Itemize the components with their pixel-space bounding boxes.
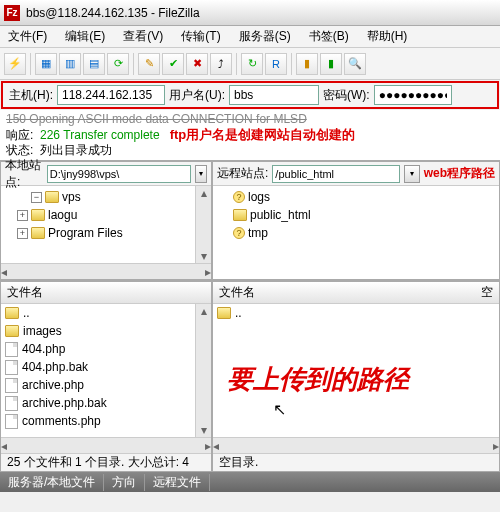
connect-icon[interactable]: ⚡ [4, 53, 26, 75]
host-input[interactable] [57, 85, 165, 105]
window-title: bbs@118.244.162.135 - FileZilla [26, 6, 200, 20]
menu-server[interactable]: 服务器(S) [235, 26, 295, 47]
local-file-list[interactable]: .. images 404.php 404.php.bak archive.ph… [1, 304, 195, 437]
menubar: 文件(F) 编辑(E) 查看(V) 传输(T) 服务器(S) 书签(B) 帮助(… [0, 26, 500, 48]
menu-view[interactable]: 查看(V) [119, 26, 167, 47]
local-path-input[interactable] [47, 165, 191, 183]
column-header[interactable]: 空 [481, 284, 493, 301]
tb-icon[interactable]: ▤ [83, 53, 105, 75]
column-header[interactable]: 文件名 [7, 284, 43, 301]
menu-transfer[interactable]: 传输(T) [177, 26, 224, 47]
expand-icon[interactable]: + [17, 228, 28, 239]
list-item[interactable]: archive.php.bak [22, 396, 107, 410]
local-tree[interactable]: −vps +laogu +Program Files [1, 186, 195, 263]
log-line: 226 Transfer complete [40, 128, 160, 142]
remote-status: 空目录. [219, 454, 258, 471]
folder-icon [31, 209, 45, 221]
menu-bookmark[interactable]: 书签(B) [305, 26, 353, 47]
search-icon[interactable]: 🔍 [344, 53, 366, 75]
log-line-label: 响应: [6, 128, 33, 142]
local-panel: 本地站点: ▾ −vps +laogu +Program Files ▴▾ ◂▸ [0, 161, 212, 280]
list-item[interactable]: images [23, 324, 62, 338]
scrollbar[interactable]: ▴▾ [195, 304, 211, 437]
remote-path-input[interactable] [272, 165, 399, 183]
folder-up-icon [217, 307, 231, 319]
folder-icon [5, 325, 19, 337]
log-line: 150 Opening ASCII mode data CONNECTION f… [6, 112, 494, 127]
list-item[interactable]: comments.php [22, 414, 101, 428]
list-item[interactable]: 404.php [22, 342, 65, 356]
pass-input[interactable] [374, 85, 452, 105]
dropdown-icon[interactable]: ▾ [404, 165, 420, 183]
tb-icon[interactable]: R [265, 53, 287, 75]
log-panel: 150 Opening ASCII mode data CONNECTION f… [0, 110, 500, 160]
file-icon [5, 342, 18, 357]
remote-panel: 远程站点: ▾ web程序路径 ?logs public_html ?tmp [212, 161, 500, 280]
menu-edit[interactable]: 编辑(E) [61, 26, 109, 47]
cursor-icon: ↖ [273, 400, 286, 419]
user-label: 用户名(U): [169, 87, 225, 104]
tb-icon[interactable]: ⟳ [107, 53, 129, 75]
tree-item[interactable]: laogu [48, 208, 77, 222]
list-item[interactable]: 404.php.bak [22, 360, 88, 374]
folder-icon [233, 209, 247, 221]
tree-item[interactable]: Program Files [48, 226, 123, 240]
folder-up-icon [5, 307, 19, 319]
list-item[interactable]: .. [23, 306, 30, 320]
scrollbar[interactable]: ▴▾ [195, 186, 211, 263]
file-icon [5, 360, 18, 375]
log-line-label: 状态: [6, 143, 33, 157]
list-item[interactable]: .. [235, 306, 242, 320]
column-header[interactable]: 文件名 [219, 284, 255, 301]
folder-icon [45, 191, 59, 203]
annotation: ftp用户名是创建网站自动创建的 [170, 127, 356, 142]
expand-icon[interactable]: + [17, 210, 28, 221]
user-input[interactable] [229, 85, 319, 105]
menu-file[interactable]: 文件(F) [4, 26, 51, 47]
local-status: 25 个文件和 1 个目录. 大小总计: 4 [7, 454, 189, 471]
tb-icon[interactable]: ✎ [138, 53, 160, 75]
folder-icon [31, 227, 45, 239]
host-label: 主机(H): [9, 87, 53, 104]
tab-remote-file[interactable]: 远程文件 [145, 474, 210, 491]
scrollbar[interactable]: ◂▸ [1, 263, 211, 279]
app-logo: Fz [4, 5, 20, 21]
cancel-icon[interactable]: ✖ [186, 53, 208, 75]
tree-item[interactable]: tmp [248, 226, 268, 240]
toolbar: ⚡ ▦ ▥ ▤ ⟳ ✎ ✔ ✖ ⤴ ↻ R ▮ ▮ 🔍 [0, 48, 500, 80]
collapse-icon[interactable]: − [31, 192, 42, 203]
tb-icon[interactable]: ⤴ [210, 53, 232, 75]
dropdown-icon[interactable]: ▾ [195, 165, 207, 183]
tb-icon[interactable]: ▦ [35, 53, 57, 75]
queue-tabs: 服务器/本地文件 方向 远程文件 [0, 472, 500, 492]
file-icon [5, 414, 18, 429]
remote-files-panel: 文件名空 .. 要上传到的路径 ↖ ◂▸ 空目录. [212, 281, 500, 472]
file-icon [5, 378, 18, 393]
annotation: 要上传到的路径 [227, 362, 409, 397]
log-line: 列出目录成功 [40, 143, 112, 157]
quickconnect-bar: 主机(H): 用户名(U): 密码(W): [1, 81, 499, 109]
remote-site-label: 远程站点: [217, 165, 268, 182]
tree-item[interactable]: vps [62, 190, 81, 204]
scrollbar[interactable]: ◂▸ [213, 437, 499, 453]
scrollbar[interactable]: ◂▸ [1, 437, 211, 453]
pass-label: 密码(W): [323, 87, 370, 104]
file-icon [5, 396, 18, 411]
remote-tree[interactable]: ?logs public_html ?tmp [213, 186, 499, 279]
tb-icon[interactable]: ✔ [162, 53, 184, 75]
folder-unknown-icon: ? [233, 191, 245, 203]
tab-server-local[interactable]: 服务器/本地文件 [0, 474, 104, 491]
annotation: web程序路径 [424, 165, 495, 182]
remote-file-list[interactable]: .. 要上传到的路径 ↖ [213, 304, 499, 437]
folder-unknown-icon: ? [233, 227, 245, 239]
list-item[interactable]: archive.php [22, 378, 84, 392]
tree-item[interactable]: public_html [250, 208, 311, 222]
tb-icon[interactable]: ▥ [59, 53, 81, 75]
tb-icon[interactable]: ▮ [296, 53, 318, 75]
local-files-panel: 文件名 .. images 404.php 404.php.bak archiv… [0, 281, 212, 472]
refresh-icon[interactable]: ↻ [241, 53, 263, 75]
menu-help[interactable]: 帮助(H) [363, 26, 412, 47]
tb-icon[interactable]: ▮ [320, 53, 342, 75]
tree-item[interactable]: logs [248, 190, 270, 204]
tab-direction[interactable]: 方向 [104, 474, 145, 491]
